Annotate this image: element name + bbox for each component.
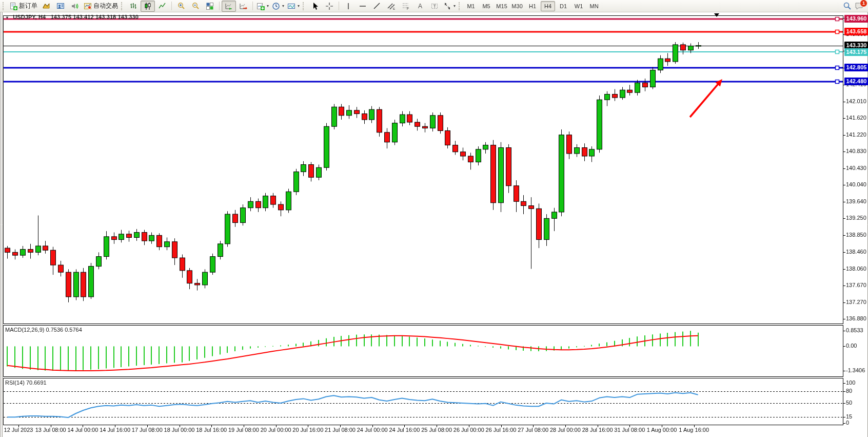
- tab-timeframe-H4[interactable]: H4: [541, 1, 555, 11]
- svg-text:T: T: [433, 4, 437, 9]
- channel-icon: E: [387, 2, 396, 10]
- period-clock-button[interactable]: ▾: [270, 1, 286, 12]
- tab-timeframe-M15[interactable]: M15: [495, 1, 509, 11]
- zoom-out-button[interactable]: [188, 1, 203, 12]
- cursor-icon: [311, 2, 319, 10]
- tab-timeframe-D1[interactable]: D1: [556, 1, 570, 11]
- svg-text:A: A: [418, 3, 422, 10]
- bar-chart-button[interactable]: [126, 1, 141, 12]
- notification-badge: 1: [860, 0, 867, 7]
- autotrade-button[interactable]: 自动交易: [82, 1, 120, 12]
- market-watch-icon: [42, 2, 50, 10]
- market-watch-button[interactable]: [39, 1, 53, 12]
- chart-canvas[interactable]: [0, 0, 868, 437]
- text-label-icon: T: [430, 2, 439, 10]
- indicators-add-button[interactable]: ▾: [255, 1, 270, 12]
- crosshair-button[interactable]: [322, 1, 337, 12]
- candlestick-chart-button[interactable]: [141, 1, 155, 12]
- text-icon: A: [416, 2, 424, 10]
- svg-text:E: E: [393, 7, 395, 10]
- zoom-in-button[interactable]: [174, 1, 188, 12]
- template-icon: [287, 2, 295, 10]
- toolbar-grip[interactable]: [303, 2, 306, 10]
- vertical-line-icon: [344, 2, 352, 10]
- tab-timeframe-M1[interactable]: M1: [464, 1, 478, 11]
- toolbar-grip[interactable]: [459, 2, 462, 10]
- search-icon[interactable]: [843, 2, 852, 10]
- zoom-out-icon: [191, 2, 200, 10]
- crosshair-icon: [325, 2, 333, 10]
- zoom-in-icon: [177, 2, 185, 10]
- line-chart-button[interactable]: [155, 1, 169, 12]
- navigator-button[interactable]: [53, 1, 68, 12]
- toolbar-grip[interactable]: [121, 2, 125, 10]
- chevron-down-icon: ▾: [282, 4, 284, 8]
- sounds-button[interactable]: [68, 1, 82, 12]
- arrows-button[interactable]: ▾: [442, 1, 457, 12]
- navigator-icon: [56, 2, 65, 10]
- indicators-add-icon: [257, 2, 265, 10]
- main-toolbar: 新订单 自动交易: [0, 0, 868, 12]
- horizontal-line-icon: [359, 2, 367, 10]
- new-order-label: 新订单: [19, 2, 37, 10]
- trendline-button[interactable]: [370, 1, 384, 12]
- cursor-button[interactable]: [308, 1, 322, 12]
- tab-timeframe-H1[interactable]: H1: [525, 1, 540, 11]
- tab-timeframe-MN[interactable]: MN: [587, 1, 601, 11]
- template-button[interactable]: ▾: [286, 1, 301, 12]
- toolbar-grip[interactable]: [3, 2, 6, 10]
- tab-timeframe-W1[interactable]: W1: [571, 1, 586, 11]
- tab-timeframe-M5[interactable]: M5: [479, 1, 494, 11]
- text-button[interactable]: A: [413, 1, 427, 12]
- tile-windows-icon: [206, 2, 214, 10]
- chevron-down-icon: ▾: [267, 4, 269, 8]
- period-clock-icon: [272, 2, 280, 10]
- channel-button[interactable]: E: [384, 1, 399, 12]
- candlestick-chart-icon: [144, 2, 152, 10]
- arrows-icon: [443, 2, 451, 10]
- tile-windows-button[interactable]: [203, 1, 217, 12]
- new-order-button[interactable]: 新订单: [8, 1, 39, 12]
- trendline-icon: [373, 2, 381, 10]
- text-label-button[interactable]: T: [427, 1, 442, 12]
- bar-chart-icon: [129, 2, 137, 10]
- fibonacci-button[interactable]: F: [399, 1, 413, 12]
- timeframe-bar: M1M5M15M30H1H4D1W1MN: [464, 1, 601, 11]
- svg-text:F: F: [407, 7, 409, 10]
- chevron-down-icon: ▾: [453, 4, 456, 8]
- autotrade-icon: [84, 2, 92, 10]
- autotrade-label: 自动交易: [93, 2, 118, 10]
- new-order-icon: [9, 2, 17, 10]
- chart-shift-icon: [239, 2, 247, 10]
- chevron-down-icon: ▾: [298, 4, 300, 8]
- horizontal-line-button[interactable]: [356, 1, 370, 12]
- line-chart-icon: [158, 2, 166, 10]
- sounds-icon: [71, 2, 79, 10]
- vertical-line-button[interactable]: [341, 1, 356, 12]
- chart-shift-button[interactable]: [236, 1, 250, 12]
- auto-scroll-button[interactable]: [222, 1, 236, 12]
- fibonacci-icon: F: [402, 2, 410, 10]
- tab-timeframe-M30[interactable]: M30: [510, 1, 524, 11]
- auto-scroll-icon: [225, 2, 233, 10]
- chat-button[interactable]: 1: [855, 2, 864, 10]
